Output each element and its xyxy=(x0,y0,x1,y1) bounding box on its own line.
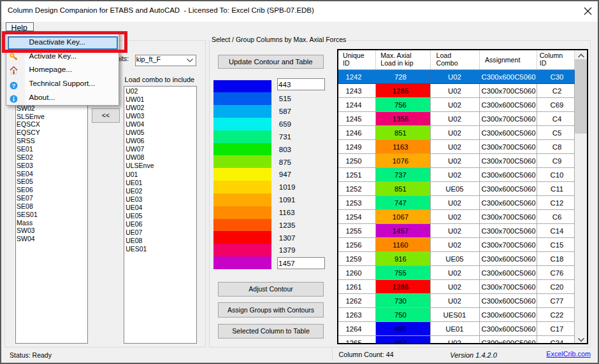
svg-text:?: ? xyxy=(11,82,15,89)
